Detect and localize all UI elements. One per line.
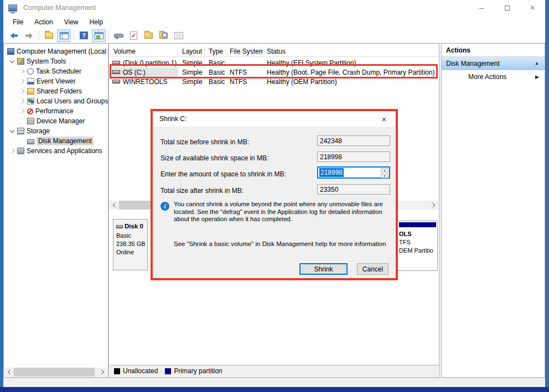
tree-item-task-scheduler[interactable]: Task Scheduler [4, 66, 108, 76]
scrollbar-thumb[interactable] [14, 368, 95, 377]
menu-view[interactable]: View [59, 18, 84, 26]
scroll-right-icon[interactable] [429, 201, 438, 210]
maximize-button[interactable] [494, 0, 520, 15]
chevron-collapsed-icon[interactable] [19, 108, 25, 114]
more-actions-label: More Actions [468, 73, 535, 81]
tree-item-performance[interactable]: Performance [4, 106, 108, 116]
tree-item-local-users-groups[interactable]: Local Users and Groups [4, 96, 108, 106]
help-text: See "Shrink a basic volume" in Disk Mana… [174, 241, 386, 247]
close-button[interactable]: × [520, 0, 545, 15]
total-before-label: Total size before shrink in MB: [160, 138, 249, 146]
volume-layout: Simple [178, 78, 205, 86]
actions-group-disk-management[interactable]: Disk Management [442, 57, 545, 70]
folder-up-button[interactable] [142, 29, 156, 42]
disk-type: Basic [116, 232, 147, 240]
column-header-type[interactable]: Type [205, 47, 226, 56]
chevron-collapsed-icon[interactable] [19, 98, 25, 104]
shrink-amount-label: Enter the amount of space to shrink in M… [160, 170, 286, 178]
shrink-amount-input[interactable]: 218998 [317, 166, 390, 179]
chevron-expanded-icon[interactable] [9, 128, 15, 134]
chevron-collapsed-icon[interactable] [19, 79, 25, 84]
tree-item-shared-folders[interactable]: Shared Folders [4, 86, 108, 96]
partition-block-fragment[interactable]: OLS TFS DEM Partitio [397, 221, 438, 271]
tree-item-disk-management[interactable]: Disk Management [4, 136, 108, 146]
chevron-expanded-icon[interactable] [9, 59, 15, 64]
scroll-left-icon[interactable] [110, 201, 119, 210]
spinner-buttons [380, 168, 389, 177]
desktop: Computer Management – × File Action View… [0, 0, 549, 392]
tree-item-device-manager[interactable]: Device Manager [4, 116, 108, 126]
info-text: You cannot shrink a volume beyond the po… [174, 201, 393, 223]
spin-up-icon[interactable] [381, 168, 389, 173]
total-after-label: Total size after shrink in MB: [160, 187, 244, 195]
tree-item-services-applications[interactable]: Services and Applications [4, 146, 108, 156]
chevron-collapsed-icon[interactable] [19, 69, 25, 74]
shrink-amount-value-selected[interactable]: 218998 [319, 168, 344, 177]
chevron-collapsed-icon[interactable] [9, 148, 15, 154]
document-check-button[interactable] [127, 29, 141, 42]
spin-down-icon[interactable] [381, 174, 389, 178]
disk0-header-block[interactable]: Disk 0 Basic 238.35 GB Online [113, 219, 148, 270]
back-button[interactable] [7, 29, 21, 42]
show-console-tree-button[interactable] [57, 29, 71, 42]
column-header-status[interactable]: Status [263, 47, 438, 56]
disk-icon [116, 225, 123, 228]
task-list-button[interactable] [172, 29, 185, 42]
tree-item-label: Event Viewer [37, 77, 75, 85]
primary-partition-strip [399, 222, 436, 227]
help-button[interactable] [77, 29, 91, 42]
column-header-volume[interactable]: Volume [110, 47, 178, 56]
action-pane-icon [95, 32, 103, 39]
folder-button[interactable] [42, 29, 56, 42]
menu-bar: File Action View Help [3, 15, 545, 28]
partition-label-fragment: OLS [399, 231, 437, 237]
show-action-pane-button[interactable] [92, 29, 106, 42]
volume-type: Basic [205, 78, 226, 86]
tools-icon [17, 58, 24, 65]
console-tool-button[interactable] [112, 29, 126, 42]
tree-item-label: Local Users and Groups [37, 97, 108, 105]
task-list-icon [174, 32, 183, 39]
menu-file[interactable]: File [7, 18, 29, 26]
scroll-left-icon[interactable] [4, 368, 14, 377]
tree-item-computer-management[interactable]: Computer Management (Local [4, 46, 108, 56]
unallocated-swatch [114, 368, 120, 374]
titlebar: Computer Management – × [3, 0, 545, 15]
menu-help[interactable]: Help [84, 18, 109, 26]
tree-horizontal-scrollbar[interactable] [4, 368, 107, 377]
minimize-button[interactable]: – [469, 0, 494, 15]
cancel-button[interactable]: Cancel [357, 263, 389, 275]
forward-button[interactable] [22, 29, 36, 42]
more-actions-item[interactable]: More Actions [442, 70, 545, 83]
toolbar-separator [74, 30, 74, 41]
tree-item-label: Shared Folders [37, 87, 82, 95]
computer-icon [7, 48, 14, 55]
scroll-right-icon[interactable] [98, 368, 107, 377]
menu-action[interactable]: Action [29, 18, 58, 26]
volume-name: WINRETOOLS [123, 78, 167, 86]
legend-bar: Unallocated Primary partition [110, 365, 438, 377]
primary-partition-swatch [165, 368, 171, 374]
tree-item-event-viewer[interactable]: Event Viewer [4, 76, 108, 86]
tree-item-storage[interactable]: Storage [4, 126, 108, 136]
app-icon [8, 4, 17, 12]
console-tree-pane: Computer Management (Local System Tools … [3, 43, 108, 378]
clock-icon [27, 68, 34, 75]
actions-header: Actions [442, 44, 545, 57]
column-header-layout[interactable]: Layout [178, 47, 205, 56]
chevron-collapsed-icon[interactable] [19, 88, 25, 94]
legend-label: Primary partition [174, 367, 222, 375]
tree-item-system-tools[interactable]: System Tools [4, 56, 108, 66]
shrink-button[interactable]: Shrink [299, 263, 348, 275]
toolbar [3, 28, 545, 43]
legend-primary-partition: Primary partition [165, 367, 222, 375]
dialog-titlebar: Shrink C: × [153, 111, 396, 127]
disk-icon [27, 139, 34, 144]
window-controls: – × [469, 0, 545, 15]
dialog-close-button[interactable]: × [372, 111, 396, 127]
column-header-filesystem[interactable]: File System [226, 47, 263, 56]
maximize-icon [505, 6, 510, 11]
users-icon [27, 98, 34, 104]
folder-search-button[interactable] [157, 29, 170, 42]
folder-search-icon [159, 33, 168, 39]
